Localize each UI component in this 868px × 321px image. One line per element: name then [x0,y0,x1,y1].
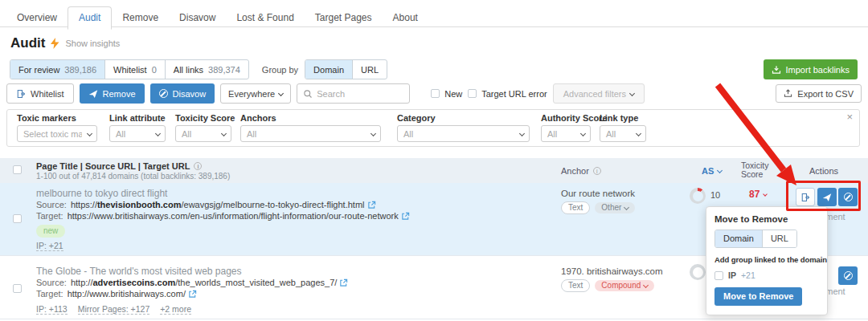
remove-button[interactable]: Remove [80,83,145,104]
row-meta-links: IP: +113 Mirror Pages: +127 +2 more [36,304,191,315]
info-icon [593,167,601,175]
filter-category: Category All [397,113,530,142]
page-title: Audit [10,35,45,51]
popup-title: Move to Remove [714,214,819,224]
external-link-icon[interactable] [367,201,376,209]
column-toxicity-score[interactable]: Toxicity Score [741,161,768,179]
popup-segment-domain[interactable]: Domain [715,230,763,247]
segment-group-url[interactable]: URL [352,60,387,79]
filter-toxicity-score: Toxicity Score All [175,113,235,142]
anchor-tag-text: Text [561,279,590,292]
popup-segment-url[interactable]: URL [763,230,796,247]
tab-audit[interactable]: Audit [68,6,112,30]
popup-move-to-remove-button[interactable]: Move to Remove [714,287,802,306]
tab-remove[interactable]: Remove [112,7,169,29]
disavow-icon [844,271,853,280]
export-csv-button[interactable]: Export to CSV [776,84,862,103]
checkbox-icon [431,89,440,98]
anchor-text: 1970. britishairways.com [561,266,663,276]
chevron-down-icon [717,168,723,173]
toxicity-score-select[interactable]: All [175,125,231,142]
popup-ip-count: +21 [741,270,755,280]
column-anchor: Anchor [561,166,601,176]
authority-score-gauge [690,188,706,204]
segment-whitelist[interactable]: Whitelist 0 [104,60,165,79]
filter-link-attribute: Link attribute All [109,113,166,142]
segment-all-links[interactable]: All links 389,374 [165,60,248,79]
tab-bar: Overview Audit Remove Disavow Lost & Fou… [6,6,428,29]
toxicity-score-value[interactable]: 87 [749,189,767,200]
info-icon [194,162,202,170]
ip-count-link[interactable]: IP: +113 [36,304,68,315]
filter-link-type: Link type All [600,113,646,142]
segment-for-review[interactable]: For review 389,186 [10,60,104,79]
backlink-audit-page: Overview Audit Remove Disavow Lost & Fou… [0,0,868,321]
tab-overview[interactable]: Overview [6,7,68,29]
close-icon[interactable]: × [846,111,853,123]
segment-group-domain[interactable]: Domain [305,60,352,79]
search-input[interactable] [317,89,397,99]
authority-score-select[interactable]: All [541,125,591,142]
for-review-count: 389,186 [64,65,96,75]
row-whitelist-button[interactable] [796,188,815,206]
chevron-down-icon [580,131,586,136]
row-checkbox[interactable] [13,284,22,293]
anchor-tag-other[interactable]: Other [595,202,635,213]
more-link[interactable]: +2 more [160,304,191,315]
row-source-url: Source: https://thevisionbooth.com/ewavg… [36,200,376,209]
anchor-text: Our route network [561,189,635,198]
row-source-url: Source: http://advertisecoins.com/the_wo… [36,278,348,287]
select-all-checkbox[interactable] [13,165,22,174]
external-link-icon[interactable] [401,212,410,221]
review-segment-control: For review 389,186 Whitelist 0 All links… [10,59,249,79]
paper-plane-icon [822,193,832,202]
anchor-tags: Text Other [561,201,635,214]
action-toolbar: Whitelist Remove Disavow Everywhere New [6,83,645,104]
row-checkbox[interactable] [13,214,22,223]
whitelist-doc-icon [800,193,810,202]
toxic-markers-select[interactable]: Select toxic markers [17,125,97,142]
chevron-down-icon [371,131,376,136]
tab-lost-found[interactable]: Lost & Found [226,7,304,29]
popup-subtitle: Add group linked to the domain [714,255,819,264]
row-target-url: Target: https://www.britishairways.com/e… [36,211,410,221]
ip-count-link[interactable]: IP: +21 [36,241,63,251]
tab-disavow[interactable]: Disavow [169,7,226,29]
table-header: Page Title | Source URL | Target URL 1-1… [0,158,868,183]
tab-about[interactable]: About [383,7,428,29]
group-by-label: Group by [262,65,298,75]
row-disavow-button[interactable] [838,266,858,285]
chevron-down-icon [87,131,92,136]
whitelist-button[interactable]: Whitelist [6,83,74,104]
chevron-down-icon [624,205,629,210]
popup-ip-checkbox[interactable]: IP +21 [714,270,819,280]
filter-new-checkbox[interactable]: New [431,89,462,99]
link-type-select[interactable]: All [600,125,646,142]
checkbox-icon [468,89,477,98]
external-link-icon[interactable] [339,278,348,287]
show-insights-link[interactable]: Show insights [65,39,120,48]
anchor-tag-text: Text [561,201,590,214]
filter-target-url-error-checkbox[interactable]: Target URL error [468,89,547,99]
external-link-icon[interactable] [188,290,197,299]
column-as-sort[interactable]: AS [702,166,722,176]
link-attribute-select[interactable]: All [109,125,166,142]
row-page-title: melbourne to tokyo direct flight [36,188,167,199]
disavow-button[interactable]: Disavow [150,83,215,104]
column-page-title: Page Title | Source URL | Target URL [36,161,190,171]
import-backlinks-button[interactable]: Import backlinks [764,59,858,79]
row-page-title: The Globe - The world's most visited web… [36,266,242,277]
row-remove-button[interactable] [817,188,837,206]
advanced-filters-dropdown[interactable]: Advanced filters [553,83,645,104]
row-disavow-button[interactable] [838,188,858,206]
chevron-down-icon [221,131,227,136]
anchor-tags: Text Compound [561,279,654,292]
anchors-select[interactable]: All [240,125,381,142]
mirror-pages-link[interactable]: Mirror Pages: +127 [78,304,150,315]
anchor-tag-compound[interactable]: Compound [595,280,654,291]
search-scope-select[interactable]: Everywhere [220,83,291,104]
category-select[interactable]: All [397,125,530,142]
search-box [297,83,410,104]
chevron-down-icon [764,192,768,197]
tab-target-pages[interactable]: Target Pages [305,7,383,29]
